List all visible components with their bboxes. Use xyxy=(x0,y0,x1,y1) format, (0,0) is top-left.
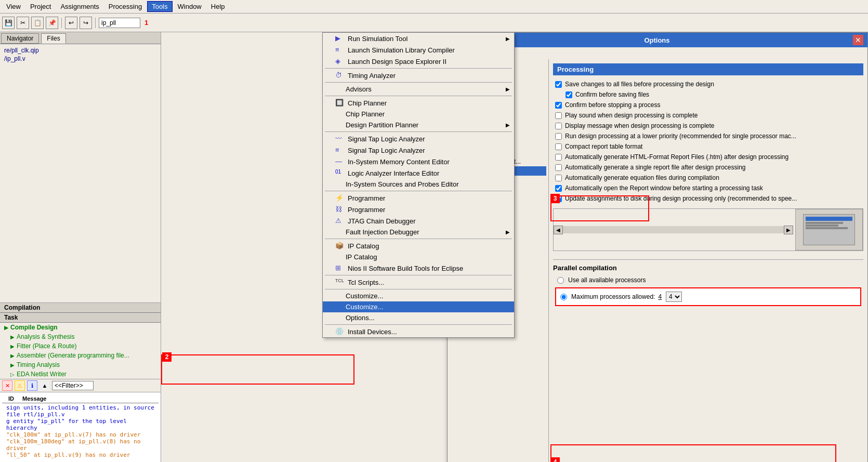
menu-bar: View Project Assignments Processing Tool… xyxy=(0,0,868,14)
scrollbar-track[interactable] xyxy=(563,226,784,233)
toolbar-copy[interactable]: 📋 xyxy=(31,17,44,29)
dd-tcl[interactable]: TCL Tcl Scripts... xyxy=(323,276,514,288)
scroll-left-btn[interactable]: ◀ xyxy=(554,226,563,234)
tap-icon: 〰 xyxy=(335,135,346,143)
radio-max-proc-input[interactable] xyxy=(560,294,567,300)
dd-design-partition[interactable]: Chip Planner xyxy=(323,109,514,120)
dd-launch-dse[interactable]: ◈ Launch Design Space Explorer II xyxy=(323,56,514,67)
dd-in-sys-mem[interactable]: ≡ Signal Tap Logic Analyzer xyxy=(323,144,514,156)
comp-col-header: Task xyxy=(0,313,161,323)
file-item-2[interactable]: /ip_pll.v xyxy=(2,55,159,63)
checkbox-confirm-stop[interactable] xyxy=(555,102,562,109)
dd-license-setup[interactable]: Options... xyxy=(323,312,514,323)
dd-in-sys-src[interactable]: 01 Logic Analyzer Interface Editor xyxy=(323,167,514,179)
menu-processing[interactable]: Processing xyxy=(104,2,146,11)
proc-value: 4 xyxy=(658,293,662,300)
menu-help[interactable]: Help xyxy=(207,2,229,11)
opt-auto-equation-label: Automatically generate equation files du… xyxy=(565,174,719,181)
dd-programmer[interactable]: ⚡ Programmer xyxy=(323,192,514,204)
opt-auto-single: Automatically generate a single report f… xyxy=(553,163,863,172)
scroll-right-btn[interactable]: ▶ xyxy=(784,226,793,234)
dd-install-devices[interactable]: 💿 Install Devices... xyxy=(323,326,514,337)
logic-icon: — xyxy=(335,157,346,166)
checkbox-compact-report[interactable] xyxy=(555,143,562,150)
opt-auto-open-label: Automatically open the Report window bef… xyxy=(565,184,763,192)
opt-play-sound-label: Play sound when design processing is com… xyxy=(565,112,698,119)
menu-window[interactable]: Window xyxy=(174,2,206,11)
dd-ip-catalog[interactable]: 📦 IP Catalog xyxy=(323,240,514,252)
message-panel: ✕ ⚠ ℹ ▲ <<Filter>> ID Message sign units… xyxy=(0,379,161,462)
checkbox-play-sound[interactable] xyxy=(555,112,562,119)
dd-signal-tap-label: Signal Tap Logic Analyzer xyxy=(348,135,425,143)
menu-assignments[interactable]: Assignments xyxy=(56,2,103,11)
dd-jtag-label: Programmer xyxy=(348,206,385,214)
task-fitter-label: Fitter (Place & Route) xyxy=(17,342,76,350)
task-fitter[interactable]: ▶ Fitter (Place & Route) xyxy=(0,341,161,351)
toolbar-new[interactable]: 💾 xyxy=(2,17,15,29)
menu-view[interactable]: View xyxy=(2,2,25,11)
tab-files[interactable]: Files xyxy=(41,33,65,44)
opt-compact-report: Compact report table format xyxy=(553,142,863,151)
file-item-1[interactable]: re/pll_clk.qip xyxy=(2,46,159,55)
dd-advisors[interactable]: Advisors ▶ xyxy=(323,84,514,95)
opt-auto-html-label: Automatically generate HTML-Format Repor… xyxy=(565,153,788,161)
checkbox-lower-priority[interactable] xyxy=(555,133,562,140)
dd-options[interactable]: Customize... xyxy=(323,301,514,312)
task-analysis[interactable]: ▶ Analysis & Synthesis xyxy=(0,332,161,341)
toolbar-redo[interactable]: ↪ xyxy=(80,17,92,29)
dd-netlist[interactable]: Design Partition Planner ▶ xyxy=(323,120,514,130)
checkbox-save-before[interactable] xyxy=(555,81,562,88)
task-assembler[interactable]: ▶ Assembler (Generate programming file..… xyxy=(0,351,161,360)
msg-row-3: "clk_100m" at ip_pll.v(7) has no driver xyxy=(6,431,154,438)
task-timing[interactable]: ▶ Timing Analysis xyxy=(0,360,161,369)
tab-navigator[interactable]: Navigator xyxy=(1,33,39,44)
dd-chip-planner[interactable]: 🔲 Chip Planner xyxy=(323,97,514,109)
scrollbar-area: ◀ ▶ xyxy=(553,208,863,251)
msg-error-btn[interactable]: ✕ xyxy=(2,380,12,391)
msg-up-btn[interactable]: ▲ xyxy=(40,380,50,391)
filename-input[interactable]: ip_pll xyxy=(99,18,140,28)
arrow-icon-3: ▶ xyxy=(10,344,15,349)
dd-timing[interactable]: ⏱ Timing Analyzer xyxy=(323,70,514,81)
task-compile[interactable]: ▶ Compile Design xyxy=(0,323,161,332)
dd-logic-analyzer[interactable]: — In-System Memory Content Editor xyxy=(323,156,514,167)
dd-platform-designer[interactable]: ⊞ Nios II Software Build Tools for Eclip… xyxy=(323,262,514,274)
checkbox-auto-html[interactable] xyxy=(555,154,562,161)
menu-project[interactable]: Project xyxy=(26,2,55,11)
msg-info-btn[interactable]: ℹ xyxy=(27,380,37,391)
checkbox-confirm-save[interactable] xyxy=(565,91,572,98)
dd-customize[interactable]: Customize... xyxy=(323,291,514,301)
dd-jtag[interactable]: ⛓ Programmer xyxy=(323,204,514,215)
chip-icon: 🔲 xyxy=(335,99,346,107)
jtag-icon: ⛓ xyxy=(335,205,346,214)
task-eda-label: EDA Netlist Writer xyxy=(17,371,67,378)
dialog-close-button[interactable]: ✕ xyxy=(853,35,863,45)
checkbox-auto-equation[interactable] xyxy=(555,175,562,181)
dd-launch-sim-lib[interactable]: ≡ Launch Simulation Library Compiler xyxy=(323,44,514,56)
dd-run-sim[interactable]: ▶ Run Simulation Tool ▶ xyxy=(323,33,514,44)
toolbar-paste[interactable]: 📌 xyxy=(46,17,58,29)
toolbar-open[interactable]: ✂ xyxy=(17,17,29,29)
arrow-icon-2: ▶ xyxy=(10,334,15,340)
dd-sys-debug[interactable]: Fault Injection Debugger ▶ xyxy=(323,227,514,237)
checkbox-update-disk[interactable] xyxy=(555,195,562,202)
dd-nios2[interactable]: IP Catalog xyxy=(323,252,514,262)
msg-warn-btn[interactable]: ⚠ xyxy=(15,380,25,391)
menu-tools[interactable]: Tools xyxy=(147,1,172,12)
main-area: Navigator Files re/pll_clk.qip /ip_pll.v… xyxy=(0,32,868,462)
dd-signal-tap[interactable]: 〰 Signal Tap Logic Analyzer xyxy=(323,133,514,144)
radio-use-all-input[interactable] xyxy=(557,277,564,284)
opt-confirm-stop: Confirm before stopping a process xyxy=(553,100,863,110)
dd-signal-probe[interactable]: In-System Sources and Probes Editor xyxy=(323,179,514,190)
checkbox-auto-single[interactable] xyxy=(555,164,562,171)
filter-input[interactable]: <<Filter>> xyxy=(52,381,94,390)
opt-confirm-save: Confirm before saving files xyxy=(563,90,863,99)
dd-fault[interactable]: ⚠ JTAG Chain Debugger xyxy=(323,215,514,227)
checkbox-display-msg[interactable] xyxy=(555,123,562,129)
checkbox-auto-open[interactable] xyxy=(555,185,562,192)
proc-select[interactable]: 1 2 3 4 8 xyxy=(666,292,682,302)
task-eda[interactable]: ▷ EDA Netlist Writer xyxy=(0,369,161,379)
tools-dropdown: ▶ Run Simulation Tool ▶ ≡ Launch Simulat… xyxy=(322,32,515,338)
dd-sys-debug-label: Fault Injection Debugger xyxy=(346,228,419,236)
toolbar-undo[interactable]: ↩ xyxy=(65,17,77,29)
